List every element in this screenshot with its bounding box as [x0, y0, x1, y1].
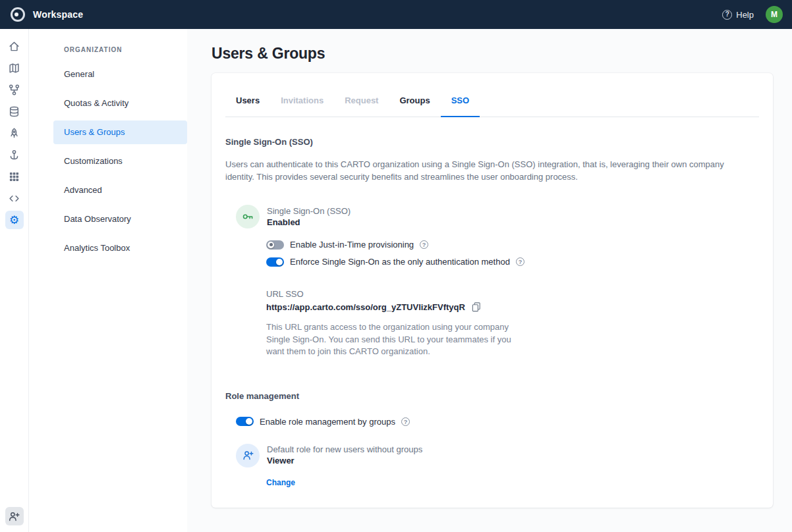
tab-users[interactable]: Users: [225, 93, 270, 117]
sso-status-value: Enabled: [267, 217, 351, 228]
toggle-knob: [276, 259, 283, 265]
data-explorer-icon[interactable]: [5, 102, 24, 120]
tabs-bar: Users Invitations Request Groups SSO: [225, 73, 759, 117]
sidebar-item-users-groups[interactable]: Users & Groups: [53, 120, 187, 144]
settings-icon[interactable]: ⚙: [5, 211, 24, 229]
launch-icon[interactable]: [5, 124, 24, 142]
settings-card: Users Invitations Request Groups SSO Sin…: [212, 73, 773, 508]
sso-url-help: This URL grants access to the organizati…: [266, 321, 522, 358]
main-content: Users & Groups Users Invitations Request…: [187, 29, 792, 532]
jit-provisioning-toggle[interactable]: [266, 240, 284, 250]
sidebar-item-customizations[interactable]: Customizations: [53, 149, 187, 173]
sidebar-section-label: ORGANIZATION: [64, 46, 187, 53]
sso-description: Users can authenticate to this CARTO org…: [225, 159, 736, 183]
maps-icon[interactable]: [5, 59, 24, 77]
sso-url-line: https://app.carto.com/sso/org_yZTUVlizkF…: [266, 302, 759, 312]
sidebar-item-quotas-activity[interactable]: Quotas & Activity: [53, 92, 187, 115]
copy-icon[interactable]: [471, 302, 482, 312]
sso-url-block: URL SSO https://app.carto.com/sso/org_yZ…: [266, 289, 759, 358]
default-role-row: Default role for new users without group…: [236, 444, 759, 467]
jit-provisioning-row: Enable Just-in-Time provisioning ?: [266, 240, 759, 250]
tab-invitations: Invitations: [270, 93, 334, 117]
sso-section-title: Single Sign-On (SSO): [225, 137, 759, 147]
settings-sidebar: ORGANIZATION General Quotas & Activity U…: [29, 29, 187, 532]
icon-rail: ⚙: [0, 29, 29, 532]
role-section-title: Role management: [225, 391, 759, 401]
sso-status-text: Single Sign-On (SSO) Enabled: [267, 205, 351, 228]
sso-url-label: URL SSO: [266, 289, 759, 299]
sso-status-label: Single Sign-On (SSO): [267, 205, 351, 217]
default-role-label: Default role for new users without group…: [267, 444, 422, 455]
enforce-sso-label: Enforce Single Sign-On as the only authe…: [290, 257, 510, 267]
toggle-knob: [268, 242, 274, 248]
tab-groups[interactable]: Groups: [389, 93, 440, 117]
info-icon[interactable]: ?: [516, 257, 524, 266]
default-role-value: Viewer: [267, 455, 422, 467]
enforce-sso-toggle[interactable]: [266, 257, 284, 267]
help-icon: ?: [722, 10, 732, 20]
page-title: Users & Groups: [212, 45, 773, 63]
topbar-right: ? Help M: [722, 6, 783, 23]
sidebar-item-analytics-toolbox[interactable]: Analytics Toolbox: [53, 236, 187, 260]
info-icon[interactable]: ?: [401, 417, 410, 426]
sidebar-item-advanced[interactable]: Advanced: [53, 178, 187, 202]
role-management-label: Enable role management by groups: [260, 417, 395, 427]
developers-icon[interactable]: [5, 189, 24, 207]
workflows-icon[interactable]: [5, 80, 24, 99]
help-button[interactable]: ? Help: [722, 10, 754, 20]
topbar-left: Workspace: [9, 7, 83, 22]
info-icon[interactable]: ?: [420, 240, 428, 249]
role-management-toggle[interactable]: [236, 417, 254, 426]
workspace-brand: Workspace: [33, 9, 83, 20]
default-role-user-add-icon: [236, 444, 260, 467]
user-avatar[interactable]: M: [766, 6, 783, 23]
rail-bottom: [5, 507, 24, 525]
sidebar-item-general[interactable]: General: [53, 63, 187, 86]
connections-icon[interactable]: [5, 146, 24, 164]
carto-logo-icon[interactable]: [11, 7, 25, 22]
role-management-row: Enable role management by groups ?: [236, 417, 759, 427]
logo-dot: [14, 13, 18, 16]
invite-user-icon[interactable]: [5, 507, 24, 525]
sso-key-icon: [236, 205, 260, 228]
home-icon[interactable]: [5, 37, 24, 55]
enforce-sso-row: Enforce Single Sign-On as the only authe…: [266, 257, 759, 267]
toggle-knob: [246, 418, 252, 425]
sso-toggles: Enable Just-in-Time provisioning ? Enfor…: [266, 240, 759, 267]
change-role-link[interactable]: Change: [266, 478, 295, 487]
applications-icon[interactable]: [5, 167, 24, 186]
sidebar-item-data-observatory[interactable]: Data Observatory: [53, 207, 187, 231]
jit-provisioning-label: Enable Just-in-Time provisioning: [290, 240, 414, 250]
topbar: Workspace ? Help M: [0, 0, 792, 29]
sso-status-row: Single Sign-On (SSO) Enabled: [236, 205, 759, 228]
tab-sso[interactable]: SSO: [441, 93, 480, 117]
default-role-text: Default role for new users without group…: [267, 444, 422, 467]
sso-url-value: https://app.carto.com/sso/org_yZTUVlizkF…: [266, 302, 465, 312]
tab-request: Request: [334, 93, 389, 117]
help-label: Help: [736, 10, 754, 20]
